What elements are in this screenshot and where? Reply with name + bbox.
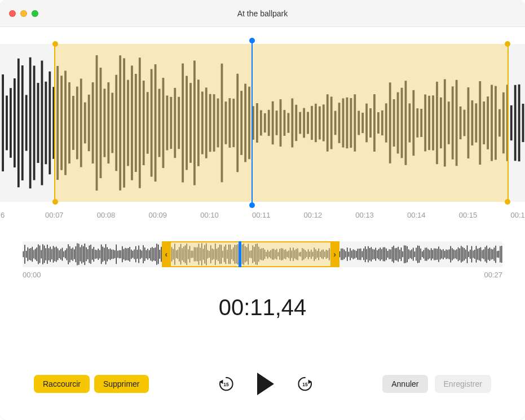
skip-forward-icon: 15 [297, 375, 314, 392]
playhead-dot-top[interactable] [249, 38, 255, 43]
trim-handle-start-top[interactable] [52, 41, 58, 47]
close-window-button[interactable] [9, 10, 16, 17]
timeline-tick: 00:08 [97, 211, 116, 219]
edit-toolbar: Raccourcir Supprimer 15 15 [0, 370, 525, 420]
svg-text:15: 15 [223, 382, 229, 387]
trim-button[interactable]: Raccourcir [34, 375, 90, 393]
voice-memo-edit-window: At the ballpark 600:0700:0800:0900:1000:… [0, 0, 525, 420]
right-buttons: Annuler Enregistrer [382, 375, 491, 393]
main-timeline-ticks: 600:0700:0800:0900:1000:1100:1200:1300:1… [0, 207, 525, 221]
timeline-tick: 00:10 [200, 211, 219, 219]
trim-handle-start-bottom[interactable] [52, 199, 58, 205]
overview-handle-right[interactable]: › [330, 242, 339, 266]
play-button[interactable] [255, 370, 276, 397]
timeline-tick: 6 [1, 211, 5, 219]
cancel-button[interactable]: Annuler [382, 375, 427, 393]
window-title: At the ballpark [0, 9, 525, 18]
overview-start-time: 00:00 [23, 271, 41, 279]
skip-back-icon: 15 [218, 375, 235, 392]
skip-forward-15-button[interactable]: 15 [294, 373, 316, 395]
timeline-tick: 00:12 [304, 211, 323, 219]
overview-handle-left[interactable]: ‹ [162, 242, 171, 266]
current-timecode: 00:11,44 [0, 295, 525, 320]
overview-selection[interactable]: ‹ › [162, 241, 339, 267]
overview-strip[interactable]: ‹ › [23, 241, 502, 267]
timeline-tick: 00:14 [407, 211, 426, 219]
traffic-lights [9, 10, 38, 17]
timeline-tick: 00:16 [510, 211, 525, 219]
overview-playhead[interactable] [239, 241, 241, 267]
overview-end-time: 00:27 [484, 271, 502, 279]
transport-controls: 15 15 [215, 370, 316, 397]
play-icon [257, 373, 274, 395]
titlebar: At the ballpark [0, 0, 525, 27]
trim-selection[interactable] [54, 44, 509, 202]
zoom-window-button[interactable] [32, 10, 38, 17]
timeline-tick: 00:09 [148, 211, 167, 219]
trim-handle-end-top[interactable] [505, 41, 510, 47]
main-waveform-area[interactable] [0, 38, 525, 207]
svg-text:15: 15 [302, 382, 308, 387]
playhead[interactable] [252, 41, 253, 205]
timeline-tick: 00:11 [252, 211, 271, 219]
timeline-tick: 00:07 [45, 211, 64, 219]
minimize-window-button[interactable] [20, 10, 27, 17]
skip-back-15-button[interactable]: 15 [215, 373, 237, 395]
trim-handle-end-bottom[interactable] [505, 199, 510, 205]
timeline-tick: 00:15 [459, 211, 478, 219]
save-button: Enregistrer [435, 375, 491, 393]
delete-button[interactable]: Supprimer [94, 375, 149, 393]
overview-times: 00:00 00:27 [23, 271, 502, 279]
timeline-tick: 00:13 [355, 211, 374, 219]
